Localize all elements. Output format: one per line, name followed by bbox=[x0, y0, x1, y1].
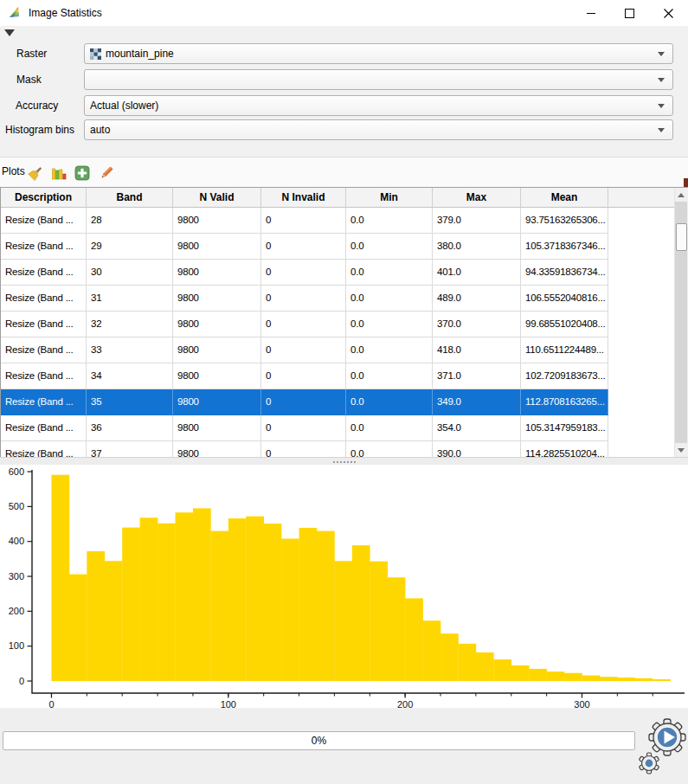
collapse-triangle-icon[interactable] bbox=[4, 29, 15, 36]
cell-description: Resize (Band ... bbox=[1, 208, 87, 234]
cell-n_valid: 9800 bbox=[173, 312, 261, 337]
histogram-plot-button[interactable] bbox=[50, 164, 68, 182]
table-row[interactable]: Resize (Band ...37980000.0390.0114.28255… bbox=[1, 441, 676, 457]
vertical-scrollbar[interactable] bbox=[674, 188, 688, 457]
add-plot-button[interactable] bbox=[74, 164, 91, 182]
run-button[interactable] bbox=[639, 715, 687, 777]
histogram-bins-combobox[interactable]: auto bbox=[84, 119, 673, 140]
cell-max: 489.0 bbox=[433, 286, 521, 312]
table-body: Resize (Band ...28980000.0379.093.751632… bbox=[1, 208, 688, 457]
y-tick-label: 400 bbox=[9, 536, 24, 546]
cell-min: 0.0 bbox=[346, 441, 433, 457]
close-button[interactable] bbox=[649, 0, 688, 26]
histogram-bar bbox=[582, 676, 600, 681]
scroll-up-button[interactable] bbox=[675, 188, 687, 202]
cell-max: 380.0 bbox=[433, 234, 521, 260]
input-panel: Raster mountain_pine Mask Accuracy Actua… bbox=[0, 26, 688, 157]
table-row[interactable]: Resize (Band ...35980000.0349.0112.87081… bbox=[1, 389, 676, 415]
histogram-bar bbox=[264, 524, 282, 681]
column-header-band[interactable]: Band bbox=[87, 188, 173, 208]
histogram-bins-value: auto bbox=[90, 124, 110, 136]
table-row[interactable]: Resize (Band ...34980000.0371.0102.72091… bbox=[1, 363, 676, 389]
cell-mean: 112.8708163265... bbox=[521, 389, 608, 415]
cell-n_valid: 9800 bbox=[173, 363, 261, 389]
cell-description: Resize (Band ... bbox=[1, 260, 87, 286]
column-header-description[interactable]: Description bbox=[1, 188, 87, 208]
y-tick-label: 0 bbox=[19, 676, 24, 686]
gear-play-icon bbox=[639, 715, 687, 777]
cell-max: 370.0 bbox=[433, 312, 521, 337]
cell-mean: 102.7209183673... bbox=[521, 363, 608, 389]
cell-max: 349.0 bbox=[433, 389, 521, 415]
cell-max: 354.0 bbox=[433, 415, 521, 441]
mask-label: Mask bbox=[16, 69, 42, 90]
cell-mean: 94.33591836734... bbox=[521, 260, 608, 286]
cell-min: 0.0 bbox=[346, 208, 433, 234]
table-row[interactable]: Resize (Band ...32980000.0370.099.685510… bbox=[1, 312, 676, 337]
y-tick-label: 500 bbox=[9, 501, 24, 511]
cell-mean: 99.68551020408... bbox=[521, 312, 608, 337]
y-tick-label: 100 bbox=[9, 640, 24, 651]
accuracy-value: Actual (slower) bbox=[90, 100, 158, 112]
bar-chart-icon bbox=[51, 165, 67, 181]
cell-description: Resize (Band ... bbox=[1, 441, 87, 457]
table-row[interactable]: Resize (Band ...29980000.0380.0105.37183… bbox=[1, 234, 676, 260]
histogram-bar bbox=[405, 598, 423, 681]
minimize-button[interactable] bbox=[571, 0, 610, 26]
edit-plot-button[interactable] bbox=[98, 164, 115, 182]
column-header-n-invalid[interactable]: N Invalid bbox=[261, 188, 346, 208]
cell-n_valid: 9800 bbox=[173, 441, 261, 457]
chevron-down-icon bbox=[658, 128, 665, 132]
cell-band: 35 bbox=[87, 389, 173, 415]
cell-n_valid: 9800 bbox=[173, 389, 261, 415]
x-tick-label: 0 bbox=[48, 699, 54, 708]
close-icon bbox=[664, 9, 673, 18]
spectral-triangle-icon bbox=[8, 6, 22, 20]
raster-combobox[interactable]: mountain_pine bbox=[84, 43, 673, 64]
table-row[interactable]: Resize (Band ...31980000.0489.0106.55520… bbox=[1, 286, 676, 312]
table-row[interactable]: Resize (Band ...33980000.0418.0110.65112… bbox=[1, 337, 676, 363]
cell-min: 0.0 bbox=[346, 260, 433, 286]
column-header-filler bbox=[608, 188, 676, 208]
cell-max: 371.0 bbox=[433, 363, 521, 389]
column-header-mean[interactable]: Mean bbox=[521, 188, 608, 208]
broom-icon bbox=[28, 165, 43, 181]
cell-description: Resize (Band ... bbox=[1, 363, 87, 389]
plots-toolbar: Plots bbox=[0, 157, 688, 188]
x-tick-label: 100 bbox=[221, 699, 236, 708]
histogram-bar bbox=[653, 679, 671, 681]
cell-band: 31 bbox=[87, 286, 173, 312]
clear-plots-button[interactable] bbox=[27, 164, 44, 182]
cell-filler bbox=[608, 415, 676, 441]
accuracy-combobox[interactable]: Actual (slower) bbox=[84, 95, 673, 116]
progress-bar: 0% bbox=[3, 731, 635, 750]
progress-label: 0% bbox=[312, 735, 326, 747]
cell-mean: 106.5552040816... bbox=[521, 286, 608, 312]
histogram-bar bbox=[440, 633, 459, 681]
y-tick-label: 200 bbox=[9, 606, 24, 616]
column-header-min[interactable]: Min bbox=[346, 188, 433, 208]
cell-max: 418.0 bbox=[433, 337, 521, 363]
cell-n_valid: 9800 bbox=[173, 337, 261, 363]
histogram-bar bbox=[423, 620, 441, 681]
column-header-max[interactable]: Max bbox=[433, 188, 521, 208]
window-title: Image Statistics bbox=[29, 7, 102, 19]
cell-n_invalid: 0 bbox=[261, 260, 346, 286]
table-row[interactable]: Resize (Band ...30980000.0401.094.335918… bbox=[1, 260, 676, 286]
y-tick-label: 600 bbox=[9, 466, 24, 477]
cell-min: 0.0 bbox=[346, 234, 433, 260]
table-row[interactable]: Resize (Band ...28980000.0379.093.751632… bbox=[1, 208, 676, 234]
maximize-button[interactable] bbox=[610, 0, 649, 26]
table-row[interactable]: Resize (Band ...36980000.0354.0105.31479… bbox=[1, 415, 676, 441]
histogram-plot-area[interactable]: 01002003004005006000100200300 bbox=[0, 465, 688, 708]
mask-combobox[interactable] bbox=[84, 69, 673, 90]
cell-filler bbox=[608, 286, 676, 312]
histogram-bar bbox=[176, 512, 194, 681]
cell-n_invalid: 0 bbox=[261, 337, 346, 363]
histogram-bar bbox=[281, 538, 299, 681]
column-header-n-valid[interactable]: N Valid bbox=[173, 188, 261, 208]
histogram-bar bbox=[334, 561, 352, 681]
scrollbar-thumb[interactable] bbox=[676, 223, 687, 251]
x-tick-label: 200 bbox=[397, 699, 413, 708]
scroll-down-button[interactable] bbox=[675, 443, 687, 457]
